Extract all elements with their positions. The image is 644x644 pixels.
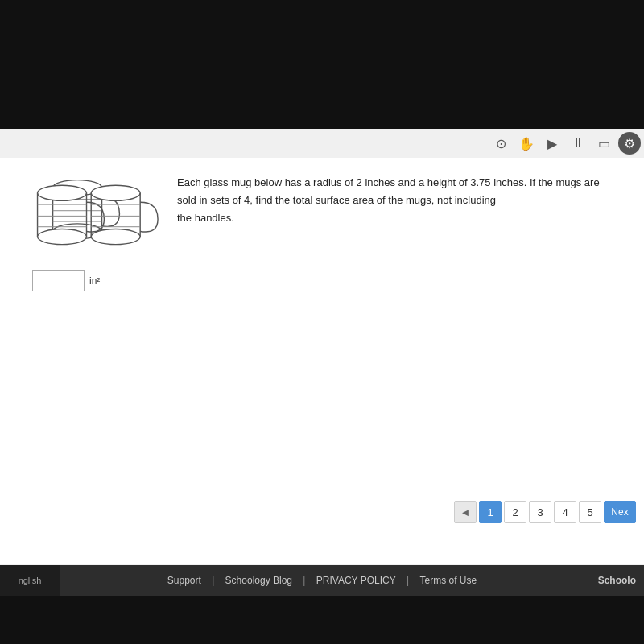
page-5-button[interactable]: 5	[579, 501, 601, 523]
bezel-bottom	[0, 596, 644, 644]
page-2-button[interactable]: 2	[504, 501, 526, 523]
privacy-policy-link[interactable]: PRIVACY POLICY	[310, 575, 402, 586]
bezel-top	[0, 0, 644, 129]
screen: ⊙ ✋ ▶ ⏸ ▭ ⚙	[0, 129, 644, 596]
hand-icon[interactable]: ✋	[515, 132, 538, 155]
terms-of-use-link[interactable]: Terms of Use	[414, 575, 484, 586]
answer-input[interactable]	[32, 270, 85, 291]
question-line2: sold in sets of 4, find the total surfac…	[177, 192, 600, 209]
support-link[interactable]: Support	[161, 575, 208, 586]
question-line3: the handles.	[177, 209, 600, 227]
content-area: Each glass mug below has a radius of 2 i…	[0, 158, 644, 564]
page-4-button[interactable]: 4	[554, 501, 576, 523]
screen-footer: nglish Support | Schoology Blog | PRIVAC…	[0, 565, 644, 596]
prev-page-button[interactable]: ◄	[454, 501, 477, 523]
pagination: ◄ 1 2 3 4 5 Nex	[454, 501, 636, 523]
language-selector[interactable]: nglish	[0, 565, 60, 596]
pause-icon[interactable]: ⏸	[567, 132, 589, 155]
circle-play-icon[interactable]: ⊙	[489, 132, 512, 155]
play-icon[interactable]: ▶	[541, 132, 564, 155]
question-line1: Each glass mug below has a radius of 2 i…	[177, 174, 600, 192]
brand-label: Schoolo	[598, 575, 636, 586]
sep3: |	[402, 575, 414, 586]
question-row: Each glass mug below has a radius of 2 i…	[24, 174, 620, 254]
mug-image	[24, 174, 165, 254]
next-page-button[interactable]: Nex	[604, 501, 636, 523]
unit-label: in²	[89, 275, 100, 287]
sep1: |	[208, 575, 219, 586]
page-1-button[interactable]: 1	[479, 501, 502, 523]
svg-point-17	[91, 229, 140, 245]
question-text: Each glass mug below has a radius of 2 i…	[177, 174, 600, 227]
page-3-button[interactable]: 3	[529, 501, 551, 523]
screen-icon[interactable]: ▭	[592, 132, 615, 155]
toolbar: ⊙ ✋ ▶ ⏸ ▭ ⚙	[489, 129, 644, 158]
settings-icon[interactable]: ⚙	[618, 132, 641, 155]
schoology-blog-link[interactable]: Schoology Blog	[219, 575, 299, 586]
answer-row: in²	[32, 270, 620, 291]
sep2: |	[299, 575, 310, 586]
svg-point-7	[38, 185, 87, 200]
svg-point-10	[38, 229, 87, 245]
svg-point-14	[91, 185, 140, 200]
